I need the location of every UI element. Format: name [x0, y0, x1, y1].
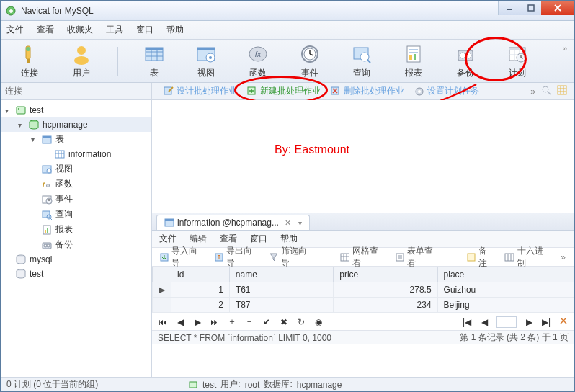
- tree-node[interactable]: 视图: [1, 161, 151, 177]
- table-row[interactable]: 2T87234Beijing: [153, 298, 574, 313]
- tree-label: 视图: [55, 163, 73, 175]
- svg-rect-60: [55, 151, 64, 158]
- tree-node[interactable]: 备份: [1, 237, 151, 252]
- tree-node[interactable]: 事件: [1, 192, 151, 207]
- toolbar-report[interactable]: 报表: [398, 43, 429, 79]
- column-header[interactable]: name: [229, 267, 333, 282]
- nav-del[interactable]: －: [244, 316, 254, 328]
- toolbar-schedule[interactable]: 计划: [502, 43, 533, 79]
- gridmenu-window[interactable]: 窗口: [250, 233, 267, 245]
- svg-rect-43: [164, 87, 171, 94]
- gridmenu-file[interactable]: 文件: [159, 233, 177, 245]
- cell-id[interactable]: 2: [171, 298, 230, 313]
- toolbar-overflow[interactable]: »: [563, 44, 567, 53]
- nav-cancel[interactable]: ✖: [279, 317, 289, 327]
- column-header[interactable]: price: [334, 267, 437, 282]
- tree-node[interactable]: test: [1, 267, 151, 281]
- data-tab-area: information @hcpmanag... ✕ ▾ 文件 编辑 查看 窗口…: [152, 213, 574, 344]
- gridmenu-view[interactable]: 查看: [220, 233, 237, 245]
- batch-new-link[interactable]: 新建批处理作业: [247, 85, 321, 97]
- table-row[interactable]: ▶1T61278.5Guizhou: [153, 282, 574, 298]
- toolbar-overflow-icon[interactable]: »: [559, 252, 567, 262]
- connection-tree[interactable]: ▾test▾hcpmanage▾表information视图fo函数事件查询报表…: [1, 100, 152, 378]
- menu-file[interactable]: 文件: [6, 24, 24, 36]
- menu-fav[interactable]: 收藏夹: [67, 24, 93, 36]
- cell-name[interactable]: T87: [229, 298, 333, 313]
- tree-node[interactable]: ▾表: [1, 132, 151, 147]
- gridmenu-edit[interactable]: 编辑: [190, 233, 207, 245]
- nav-stop[interactable]: ◉: [313, 317, 324, 327]
- toolbar-backup[interactable]: 备份: [450, 43, 481, 79]
- tree-node[interactable]: ▾test: [1, 103, 151, 117]
- gridmenu-help[interactable]: 帮助: [280, 233, 298, 245]
- menu-help[interactable]: 帮助: [166, 24, 184, 36]
- tab-close-icon[interactable]: ✕: [285, 218, 291, 228]
- import-wizard[interactable]: 导入向导: [159, 245, 204, 270]
- tree-label: 报表: [55, 223, 73, 236]
- toolbar-table[interactable]: 表: [138, 43, 170, 79]
- minimize-button[interactable]: [498, 1, 520, 15]
- batch-design-link[interactable]: 设计批处理作业: [164, 85, 237, 97]
- cell-name[interactable]: T61: [229, 282, 333, 298]
- toolbar-function[interactable]: fx 函数: [242, 43, 274, 79]
- page-settings[interactable]: [558, 316, 569, 327]
- nav-prev[interactable]: ◀: [175, 317, 185, 327]
- menu-view[interactable]: 查看: [37, 24, 54, 36]
- cell-price[interactable]: 234: [334, 298, 437, 313]
- filter-wizard[interactable]: 筛选向导: [269, 245, 313, 270]
- tree-node[interactable]: 查询: [1, 207, 151, 222]
- toolbar-query[interactable]: 查询: [346, 43, 378, 79]
- view-icon: [41, 164, 53, 175]
- gridview-icon: [340, 252, 349, 262]
- maximize-button[interactable]: [520, 1, 541, 15]
- toolbar-event[interactable]: 事件: [294, 43, 326, 79]
- column-header[interactable]: id: [171, 267, 230, 282]
- tree-node[interactable]: fo函数: [1, 177, 151, 192]
- row-marker-header: [153, 267, 171, 282]
- data-grid[interactable]: idnamepriceplace▶1T61278.5Guizhou2T87234…: [152, 267, 574, 313]
- tree-node[interactable]: information: [1, 147, 151, 161]
- toolbar-connection[interactable]: 连接: [14, 43, 45, 79]
- tree-twisty[interactable]: ▾: [31, 135, 38, 143]
- nav-refresh[interactable]: ↻: [296, 317, 306, 327]
- nav-first[interactable]: ⏮: [158, 317, 168, 327]
- tree-node[interactable]: ▾hcpmanage: [1, 117, 151, 132]
- tree-twisty[interactable]: ▾: [18, 121, 25, 129]
- nav-last[interactable]: ⏭: [210, 317, 220, 327]
- form-view[interactable]: 表单查看: [395, 245, 440, 270]
- menu-window[interactable]: 窗口: [136, 24, 153, 36]
- overflow-icon[interactable]: »: [530, 86, 535, 97]
- nav-add[interactable]: ＋: [227, 316, 237, 328]
- page-next[interactable]: ▶: [524, 317, 534, 327]
- tree-label: information: [68, 149, 111, 159]
- search-icon[interactable]: [541, 85, 551, 97]
- hex-btn[interactable]: 十六进制: [504, 245, 549, 270]
- grid-icon[interactable]: [557, 85, 567, 97]
- memo-btn[interactable]: 备注: [466, 245, 494, 270]
- toolbar-view[interactable]: 视图: [190, 43, 222, 79]
- page-first[interactable]: |◀: [462, 317, 472, 327]
- page-prev[interactable]: ◀: [479, 317, 489, 327]
- cell-place[interactable]: Beijing: [437, 298, 574, 313]
- tab-information[interactable]: information @hcpmanag... ✕ ▾: [156, 215, 310, 230]
- grid-view[interactable]: 网格查看: [340, 245, 385, 270]
- tree-node[interactable]: mysql: [1, 252, 151, 267]
- cell-id[interactable]: 1: [171, 282, 230, 298]
- toolbar-user[interactable]: 用户: [66, 43, 97, 79]
- close-button[interactable]: [541, 1, 574, 15]
- batch-schedule-settings-link[interactable]: 设置计划任务: [414, 85, 479, 97]
- page-last[interactable]: ▶|: [541, 317, 551, 327]
- column-header[interactable]: place: [437, 267, 574, 282]
- menu-tools[interactable]: 工具: [106, 24, 123, 36]
- export-wizard[interactable]: 导出向导: [214, 245, 259, 270]
- batch-delete-link[interactable]: 删除批处理作业: [331, 85, 404, 97]
- cell-place[interactable]: Guizhou: [437, 282, 574, 298]
- tab-dropdown-icon[interactable]: ▾: [298, 219, 302, 227]
- nav-apply[interactable]: ✔: [262, 317, 272, 327]
- cell-price[interactable]: 278.5: [334, 282, 437, 298]
- svg-text:fx: fx: [255, 50, 262, 58]
- nav-next[interactable]: ▶: [192, 317, 202, 327]
- tree-twisty[interactable]: ▾: [5, 107, 12, 115]
- page-input[interactable]: [496, 316, 517, 328]
- tree-node[interactable]: 报表: [1, 222, 151, 237]
